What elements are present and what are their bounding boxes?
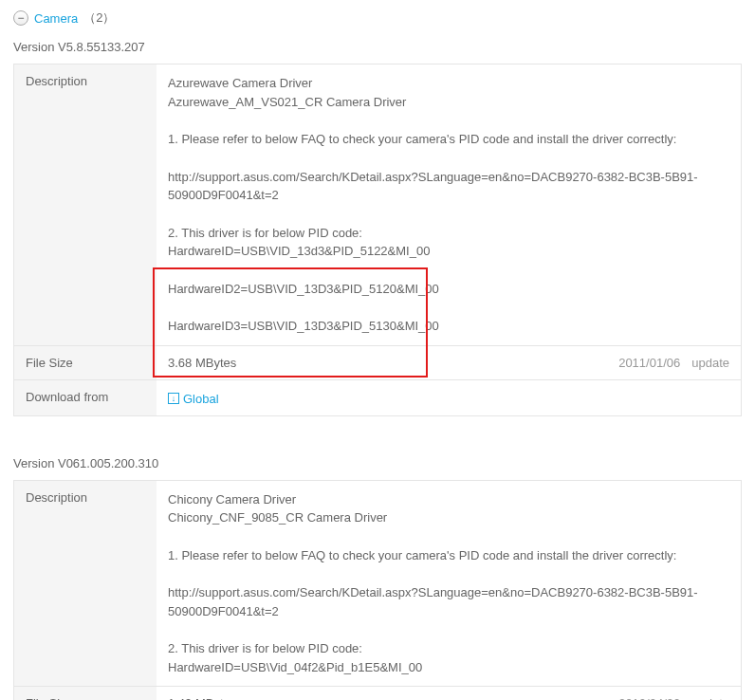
description-label: Description bbox=[14, 481, 157, 687]
filesize-label: File Size bbox=[14, 346, 157, 379]
description-row: Description Azurewave Camera Driver Azur… bbox=[14, 64, 741, 346]
update-label: update bbox=[691, 696, 729, 700]
download-label: Download from bbox=[14, 380, 157, 415]
download-link-global[interactable]: ↓ Global bbox=[168, 392, 219, 406]
desc-line: HardwareID2=USB\VID_13D3&PID_5120&MI_00 bbox=[168, 280, 729, 299]
collapse-button[interactable]: − bbox=[13, 10, 28, 26]
desc-line: 2. This driver is for below PID code: bbox=[168, 639, 729, 658]
section-header: − Camera （2） bbox=[13, 9, 742, 27]
download-link-label: Global bbox=[183, 392, 219, 406]
file-date: 2011/01/06 bbox=[618, 356, 680, 370]
filesize-value: 1.49 MBytes bbox=[168, 696, 236, 700]
desc-line: 1. Please refer to below FAQ to check yo… bbox=[168, 546, 729, 565]
desc-line: http://support.asus.com/Search/KDetail.a… bbox=[168, 168, 729, 205]
driver-card: Description Chicony Camera Driver Chicon… bbox=[13, 480, 742, 701]
section-title[interactable]: Camera bbox=[34, 11, 78, 26]
file-date: 2010/04/20 bbox=[618, 696, 680, 700]
filesize-value: 3.68 MBytes bbox=[168, 356, 236, 370]
description-content: Azurewave Camera Driver Azurewave_AM_VS0… bbox=[157, 64, 741, 345]
download-content: ↓ Global bbox=[157, 380, 741, 415]
description-content: Chicony Camera Driver Chicony_CNF_9085_C… bbox=[157, 481, 741, 687]
desc-line: Azurewave_AM_VS021_CR Camera Driver bbox=[168, 93, 729, 112]
desc-line: 1. Please refer to below FAQ to check yo… bbox=[168, 130, 729, 149]
description-row: Description Chicony Camera Driver Chicon… bbox=[14, 481, 741, 688]
desc-line: HardwareID=USB\VID_13d3&PID_5122&MI_00 bbox=[168, 242, 729, 261]
download-icon: ↓ bbox=[168, 393, 179, 404]
driver-card: Description Azurewave Camera Driver Azur… bbox=[13, 64, 742, 416]
desc-line: Chicony Camera Driver bbox=[168, 490, 729, 509]
section-count: （2） bbox=[83, 9, 115, 27]
filesize-row: File Size 3.68 MBytes 2011/01/06 update bbox=[14, 346, 741, 380]
filesize-content: 1.49 MBytes 2010/04/20 update bbox=[157, 687, 741, 700]
description-label: Description bbox=[14, 64, 157, 345]
download-row: Download from ↓ Global bbox=[14, 380, 741, 416]
version-label: Version V061.005.200.310 bbox=[13, 456, 742, 470]
desc-line: Chicony_CNF_9085_CR Camera Driver bbox=[168, 508, 729, 527]
desc-line: Azurewave Camera Driver bbox=[168, 74, 729, 93]
filesize-label: File Size bbox=[14, 687, 157, 700]
desc-line: http://support.asus.com/Search/KDetail.a… bbox=[168, 583, 729, 620]
filesize-content: 3.68 MBytes 2011/01/06 update bbox=[157, 346, 741, 379]
desc-line: HardwareID3=USB\VID_13D3&PID_5130&MI_00 bbox=[168, 317, 729, 336]
desc-line: 2. This driver is for below PID code: bbox=[168, 224, 729, 243]
update-label: update bbox=[691, 356, 729, 370]
filesize-row: File Size 1.49 MBytes 2010/04/20 update bbox=[14, 687, 741, 700]
version-label: Version V5.8.55133.207 bbox=[13, 40, 742, 54]
desc-line: HardwareID=USB\Vid_04f2&Pid_b1E5&MI_00 bbox=[168, 658, 729, 677]
